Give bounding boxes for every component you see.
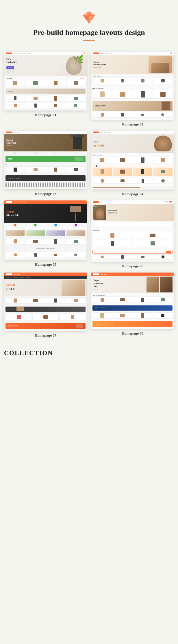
homepage-06-item: 20% offFurnitureCollection 20 Shop now: [91, 200, 174, 269]
homepage-08-label: Homepage 08: [122, 331, 143, 336]
hp06-person-shape: [96, 208, 104, 219]
hp03-lamp-shape: [73, 136, 82, 149]
hp03-nav: [4, 131, 87, 134]
hp05-feature-4: 24/7 Support: [66, 224, 86, 228]
hp03-product-row: [5, 166, 86, 173]
hp07-hero: SUPER SALE: [4, 279, 87, 296]
hp07-hero-text: SUPER SALE: [6, 283, 15, 291]
hp07-product-row-2: [5, 314, 86, 320]
hp06-feature-1: [92, 222, 112, 228]
hp02-cat-2: Living: [113, 78, 132, 85]
hp02-nav-link: [100, 53, 104, 54]
hp01-product-6: [26, 95, 45, 102]
hp08-deal-banner: 🪑 Limited Time Deal: [92, 305, 173, 311]
hp05-nav-links: [14, 202, 85, 202]
homepage-07-preview[interactable]: SUPER SALE BE: [4, 273, 87, 331]
hp07-logo: [6, 273, 12, 275]
hp04-sale-2: [113, 168, 132, 176]
hp06-hero-person-img: [93, 205, 106, 220]
homepage-05-preview[interactable]: Great Kitchen Sale Fr: [4, 200, 87, 260]
hp05-product-4: [66, 238, 86, 245]
hp03-feature-1: Free Shipping: [5, 153, 25, 154]
hp05-stool-group: [68, 205, 83, 221]
hp07-p6: [32, 314, 59, 320]
hp08-nav: 20%: [91, 273, 174, 276]
hp06-feature-4: [153, 222, 173, 228]
hp01-mini-2: [26, 103, 45, 108]
hp01-logo: [6, 52, 12, 54]
hp07-sub-nav-item-2: [12, 277, 18, 278]
hp01-product-2: [26, 80, 45, 86]
hp04-product-row-1: [92, 157, 173, 164]
homepage-06-preview[interactable]: 20% offFurnitureCollection 20 Shop now: [91, 200, 174, 262]
homepage-03-preview[interactable]: 01 SpringCollection New arrivals Free Sh…: [4, 131, 87, 189]
hp07-super: SUPER: [6, 283, 15, 286]
hp04-hero-text: newarrivals: [93, 139, 104, 148]
hp07-sale: SALE: [6, 287, 15, 291]
hp01-nav-link: [28, 53, 31, 54]
hp08-logo: [93, 273, 99, 275]
hp02-product-3: [133, 90, 152, 99]
hp06-hero: 20% offFurnitureCollection 20 Shop now: [91, 204, 174, 221]
hp03-hero-img: [70, 136, 85, 150]
hp06-search-bar[interactable]: Perfect for your Home...: [92, 250, 173, 254]
hp07-bottom-banner: COLLECTION SALE: [5, 323, 86, 329]
hp01-section-link[interactable]: View all: [80, 78, 84, 79]
hp02-mini-1: [92, 112, 112, 118]
homepage-08-preview[interactable]: 20% SuperFurnitureSale Up to 40% off: [91, 273, 174, 329]
hp08-product-row-2: [92, 312, 173, 319]
hp01-product-8: [66, 95, 86, 102]
hp05-features: Free Shipping Secure Return Easy Return …: [4, 223, 87, 229]
hp04-p-5: [92, 178, 112, 184]
hp06-product-1: [92, 232, 132, 239]
header-underline: [83, 40, 95, 41]
hp07-products-1: [4, 296, 87, 306]
hp05-logo: [6, 201, 12, 203]
hp07-bottom-img: [76, 324, 83, 328]
hp08-living-banner: Living furniture up to 41% off: [92, 321, 173, 327]
hp04-sale-label: Salhik⬛: [92, 165, 173, 167]
hp02-products: DEAL OF THE DAY: [91, 86, 174, 100]
hp02-big-card: Standout Storage Living Furniture your l…: [92, 101, 173, 111]
hp05-feature-text-1: Free Shipping: [13, 226, 18, 228]
hp04-p-8: [153, 178, 173, 184]
hp06-mini-1: [92, 254, 112, 260]
hp06-hero-text: offFurnitureCollection 20: [108, 210, 118, 214]
hp05-product-1: [5, 238, 25, 245]
hp08-living-text: Living furniture up to 41% off: [95, 323, 114, 325]
hp01-banner: Living Room: [5, 89, 86, 94]
hp06-nav-cart: [169, 201, 172, 202]
hp02-product-2: [113, 90, 132, 99]
hp03-features: Free Shipping Secure Return Easy Return …: [4, 151, 87, 155]
homepage-01-preview[interactable]: NewCollecti... Shop Now 01 🌿 Shop by Vie…: [4, 52, 87, 110]
hp03-news-text: Get $25 off your first order: [8, 177, 21, 179]
hp08-deal-text: 🪑 Limited Time Deal: [95, 307, 106, 309]
homepage-03-item: 01 SpringCollection New arrivals Free Sh…: [4, 131, 87, 196]
hp06-logo: [93, 201, 99, 203]
hp02-sofa-shape: [151, 63, 169, 73]
homepage-04-label: Homepage 04: [122, 192, 143, 196]
hp06-search-btn[interactable]: [166, 251, 171, 253]
hp01-product-1: [5, 80, 25, 86]
hp07-hero-content: SUPER SALE: [6, 283, 15, 291]
hp05-feature-icon-2: [34, 224, 37, 226]
hp04-product-1: [92, 157, 112, 164]
hp02-cat-1: Dining: [92, 78, 112, 85]
homepage-04-preview[interactable]: newarrivals Kitchen Room Desk Sal: [91, 131, 174, 189]
hp01-product-5: [5, 95, 25, 102]
hp08-nav-link: [101, 274, 103, 275]
hp04-p-6: [113, 178, 132, 184]
hp03-feature-3: Easy Return: [46, 153, 65, 154]
hp04-sale-4: [153, 168, 173, 176]
hp03-nav-links: [12, 132, 85, 133]
hp04-sale-section: Salhik⬛: [92, 165, 173, 177]
hp07-p4: [66, 297, 86, 304]
hp01-nav-dots: [81, 52, 85, 54]
hp02-nav-link: [105, 53, 108, 54]
hp06-hero-inner: 20% offFurnitureCollection 20 Shop now: [93, 205, 172, 220]
hp03-logo: [6, 132, 12, 133]
hp08-p5: [92, 312, 112, 319]
hp02-categories: Shop by Department Dining Living Bedroom…: [91, 74, 174, 86]
homepage-02-preview[interactable]: GasomReclining Sofa Premium quality Shop…: [91, 52, 174, 120]
hp04-product-4: [153, 157, 173, 164]
